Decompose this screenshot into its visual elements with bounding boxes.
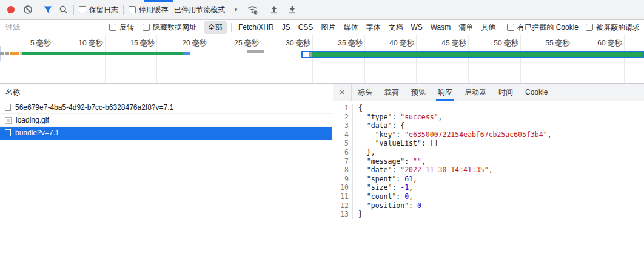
filter-checkbox-label: 被屏蔽的请求 [596, 22, 640, 33]
code-token: } [358, 210, 363, 218]
export-har-icon[interactable] [287, 5, 297, 15]
divider [264, 5, 264, 15]
filter-chip[interactable]: Wasm [431, 23, 451, 32]
invert-checkbox[interactable] [109, 24, 116, 31]
code-text: "spent": 61, [353, 175, 417, 184]
filter-checkbox[interactable] [507, 24, 514, 31]
tab-Cookie[interactable]: Cookie [519, 84, 554, 101]
request-row[interactable]: bundle?v=7.1 [0, 127, 332, 140]
code-token: "key" [358, 130, 396, 139]
request-rows: 56e679e7-4ba5-4d92-b7cc-b6328476a2f8?v=7… [0, 101, 332, 140]
code-token: : [396, 130, 404, 139]
timeline-gridline [53, 35, 53, 83]
timeline-tick-label: 50 毫秒 [471, 38, 518, 49]
tab-预览[interactable]: 预览 [405, 84, 432, 101]
code-text: { [353, 104, 363, 113]
code-token: "e635000722154eabf67cb25ac605f3b4" [404, 130, 547, 139]
filter-chip[interactable]: 图片 [321, 22, 335, 33]
line-number: 1 [333, 104, 353, 113]
filter-chip[interactable]: 清单 [458, 22, 473, 33]
filter-chip[interactable]: 其他 [481, 22, 495, 33]
filter-input[interactable]: 过滤 [0, 22, 104, 33]
requests-table-header[interactable]: 名称 [0, 84, 332, 101]
code-line: 5 "valueList": [] [333, 139, 644, 148]
request-name: bundle?v=7.1 [15, 129, 59, 137]
disable-cache-label: 停用缓存 [139, 5, 168, 15]
network-toolbar: 保留日志 停用缓存 已停用节流模式 ▼ [0, 0, 644, 20]
code-token: : [392, 166, 400, 174]
filter-chip[interactable]: WS [411, 23, 422, 32]
code-token: "type" [358, 113, 392, 121]
line-number: 11 [333, 192, 353, 201]
search-icon[interactable] [59, 5, 69, 15]
timeline-gridline [416, 35, 417, 83]
tab-标头[interactable]: 标头 [352, 84, 378, 101]
code-token: : [396, 175, 404, 183]
code-token: , [489, 166, 493, 174]
code-text: "type": "success", [353, 113, 443, 122]
line-number: 4 [333, 130, 353, 140]
overview-bar-selected[interactable] [301, 51, 644, 58]
timeline-gridline [312, 35, 313, 83]
line-number: 13 [333, 210, 353, 219]
filter-checkbox[interactable] [586, 24, 593, 31]
tab-启动器[interactable]: 启动器 [458, 84, 492, 101]
divider [500, 23, 500, 32]
divider [231, 23, 232, 32]
timeline-tick-label: 60 毫秒 [575, 38, 622, 49]
active-tab-indicator [144, 0, 173, 2]
throttling-select[interactable]: 已停用节流模式 ▼ [174, 5, 238, 15]
overview-bar-segment [10, 52, 19, 55]
divider [123, 5, 124, 15]
import-har-icon[interactable] [269, 5, 279, 15]
clear-icon[interactable] [23, 5, 33, 15]
response-viewer[interactable]: 1{2 "type": "success",3 "data": {4 "key"… [333, 101, 644, 259]
filter-chip-all[interactable]: 全部 [204, 21, 227, 34]
filter-chip[interactable]: JS [282, 23, 290, 32]
filter-chip[interactable]: CSS [298, 23, 314, 32]
overview-bar-segment [0, 52, 4, 55]
code-token: "valueList" [358, 139, 421, 147]
overview-bar-segment [22, 52, 183, 55]
line-number: 2 [333, 113, 353, 122]
timeline-tick-label: 40 毫秒 [367, 38, 414, 49]
timeline-tick-label: 25 毫秒 [212, 38, 259, 49]
code-text: "count": 0, [353, 192, 413, 201]
code-token: , [409, 183, 413, 192]
code-token: : [] [421, 139, 438, 147]
timeline-gridline [209, 35, 209, 83]
hide-data-urls-checkbox[interactable] [143, 24, 150, 31]
code-token: : [409, 201, 417, 210]
code-line: 1{ [333, 104, 644, 113]
tab-响应[interactable]: 响应 [432, 84, 458, 101]
disable-cache-checkbox[interactable] [129, 6, 136, 13]
name-column-header[interactable]: 名称 [5, 87, 20, 98]
line-number: 12 [333, 201, 353, 210]
timeline-gridline [468, 35, 469, 83]
code-token: "2022-11-30 14:41:35" [400, 166, 488, 174]
timeline-overview[interactable]: 5 毫秒10 毫秒15 毫秒20 毫秒25 毫秒30 毫秒35 毫秒40 毫秒4… [0, 35, 644, 84]
code-text: "valueList": [] [353, 139, 438, 148]
filter-extra-checkboxes: 有已拦截的 Cookie被屏蔽的请求第三方请求 [507, 22, 644, 33]
code-token: , [409, 192, 413, 201]
tab-载荷[interactable]: 载荷 [378, 84, 405, 101]
timeline-gridline [572, 35, 572, 83]
line-number: 9 [333, 175, 353, 184]
preserve-log-checkbox[interactable] [79, 6, 86, 13]
request-row[interactable]: loading.gif [0, 114, 332, 127]
record-button[interactable] [7, 6, 15, 13]
filter-chip[interactable]: 媒体 [343, 22, 358, 33]
request-row[interactable]: 56e679e7-4ba5-4d92-b7cc-b6328476a2f8?v=7… [0, 101, 332, 114]
filter-checkbox-group: 被屏蔽的请求 [586, 22, 640, 33]
filter-chip[interactable]: Fetch/XHR [238, 23, 274, 32]
code-text: "size": -1, [353, 183, 413, 192]
filter-chip[interactable]: 文档 [388, 22, 403, 33]
filter-chip[interactable]: 字体 [366, 22, 380, 33]
code-token: : [396, 192, 404, 201]
line-number: 6 [333, 148, 353, 157]
close-icon[interactable]: × [333, 87, 351, 97]
tab-时间[interactable]: 时间 [492, 84, 519, 101]
timeline-gridline [520, 35, 521, 83]
filter-icon[interactable] [43, 5, 53, 15]
network-conditions-icon[interactable] [247, 4, 259, 15]
